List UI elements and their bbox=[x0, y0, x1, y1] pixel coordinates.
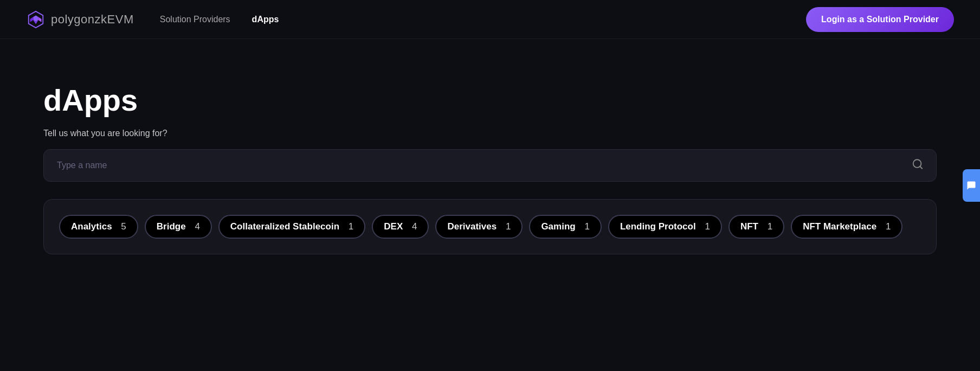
filter-tag-bridge[interactable]: Bridge 4 bbox=[145, 215, 212, 239]
filter-tag-nft[interactable]: NFT 1 bbox=[728, 215, 784, 239]
filter-tag-gaming[interactable]: Gaming 1 bbox=[529, 215, 602, 239]
subtitle-text: Tell us what you are looking for? bbox=[43, 129, 937, 138]
filter-tag-label: Collateralized Stablecoin bbox=[230, 221, 339, 232]
svg-line-1 bbox=[920, 167, 922, 169]
filter-container: Analytics 5Bridge 4Collateralized Stable… bbox=[43, 199, 937, 254]
filter-tag-label: Bridge bbox=[157, 221, 186, 232]
filter-tag-lending-protocol[interactable]: Lending Protocol 1 bbox=[608, 215, 722, 239]
navbar-left: polygonzkEVM Solution Providers dApps bbox=[26, 10, 279, 29]
nav-links: Solution Providers dApps bbox=[160, 15, 279, 24]
filter-tag-count: 4 bbox=[412, 221, 417, 232]
filter-tag-count: 1 bbox=[886, 221, 891, 232]
filter-tag-count: 5 bbox=[121, 221, 126, 232]
polygon-logo-icon bbox=[26, 10, 46, 29]
filter-tag-count: 1 bbox=[349, 221, 353, 232]
nav-link-solution-providers[interactable]: Solution Providers bbox=[160, 15, 230, 24]
filter-tag-count: 1 bbox=[506, 221, 511, 232]
search-icon bbox=[912, 158, 924, 173]
filter-tag-collateralized-stablecoin[interactable]: Collateralized Stablecoin 1 bbox=[218, 215, 365, 239]
filter-tag-label: DEX bbox=[384, 221, 403, 232]
filter-tag-label: NFT Marketplace bbox=[803, 221, 876, 232]
filter-tag-label: Lending Protocol bbox=[620, 221, 696, 232]
filter-tag-count: 1 bbox=[584, 221, 589, 232]
nav-link-dapps[interactable]: dApps bbox=[252, 15, 279, 24]
filter-tag-derivatives[interactable]: Derivatives 1 bbox=[435, 215, 523, 239]
login-button[interactable]: Login as a Solution Provider bbox=[806, 7, 954, 32]
filter-tag-label: Analytics bbox=[71, 221, 112, 232]
filter-tag-count: 1 bbox=[768, 221, 772, 232]
side-widget[interactable] bbox=[963, 169, 980, 202]
logo-text: polygonzkEVM bbox=[51, 12, 134, 27]
filter-tag-label: Derivatives bbox=[447, 221, 497, 232]
filter-tags: Analytics 5Bridge 4Collateralized Stable… bbox=[59, 215, 921, 239]
page-title: dApps bbox=[43, 82, 937, 118]
filter-tag-label: Gaming bbox=[541, 221, 575, 232]
navbar: polygonzkEVM Solution Providers dApps Lo… bbox=[0, 0, 980, 39]
filter-tag-count: 4 bbox=[195, 221, 199, 232]
side-widget-icon bbox=[966, 181, 976, 190]
filter-tag-label: NFT bbox=[740, 221, 758, 232]
filter-tag-analytics[interactable]: Analytics 5 bbox=[59, 215, 138, 239]
filter-tag-nft-marketplace[interactable]: NFT Marketplace 1 bbox=[791, 215, 902, 239]
main-content: dApps Tell us what you are looking for? … bbox=[0, 39, 980, 287]
filter-tag-dex[interactable]: DEX 4 bbox=[372, 215, 429, 239]
logo[interactable]: polygonzkEVM bbox=[26, 10, 134, 29]
search-input[interactable] bbox=[43, 149, 937, 182]
search-container bbox=[43, 149, 937, 182]
filter-tag-count: 1 bbox=[705, 221, 710, 232]
